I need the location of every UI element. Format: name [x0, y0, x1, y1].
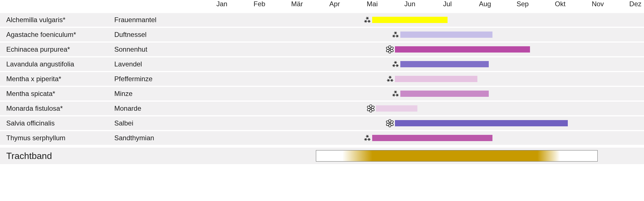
flower-outline-icon — [367, 104, 376, 112]
svg-point-24 — [389, 49, 390, 50]
latin-name: Salvia officinalis — [0, 119, 114, 127]
table-row: Mentha spicata*Minze — [0, 87, 644, 101]
common-name: Monarde — [114, 104, 213, 112]
common-name: Minze — [114, 90, 213, 98]
latin-name: Mentha spicata* — [0, 90, 114, 98]
trachtband-area — [213, 150, 644, 162]
month-label: Okt — [555, 0, 566, 8]
table-row: Salvia officinalisSalbei — [0, 116, 644, 130]
flowering-bar — [400, 61, 489, 67]
small-flower-cluster-icon — [386, 76, 395, 82]
common-name: Duftnessel — [114, 31, 213, 39]
month-label: Feb — [254, 0, 265, 8]
table-row: Mentha x piperita*Pfefferminze — [0, 72, 644, 86]
trachtband-box — [316, 150, 598, 162]
month-label: Sep — [517, 0, 529, 8]
flowering-bar — [395, 120, 568, 126]
flowering-bar — [400, 32, 492, 38]
flower-outline-icon — [386, 45, 395, 53]
bar-area — [213, 43, 644, 56]
common-name: Sonnenhut — [114, 45, 213, 53]
bar-area — [213, 116, 644, 130]
month-label: Apr — [329, 0, 340, 8]
header-row: JanFebMärAprMaiJunJulAugSepOktNovDez — [0, 0, 644, 11]
data-rows: Alchemilla vulgaris*FrauenmantelAgastach… — [0, 13, 644, 145]
summary-row: Trachtband — [0, 148, 644, 164]
bar-area — [213, 57, 644, 71]
table-row: Monarda fistulosa*Monarde — [0, 102, 644, 115]
common-name: Sandthymian — [114, 134, 213, 142]
latin-name: Echinacea purpurea* — [0, 45, 114, 53]
month-label: Nov — [592, 0, 604, 8]
latin-name: Thymus serphyllum — [0, 134, 114, 142]
small-flower-cluster-icon — [392, 31, 400, 38]
month-label: Jun — [404, 0, 415, 8]
table-row: Lavandula angustifoliaLavendel — [0, 57, 644, 71]
latin-name: Alchemilla vulgaris* — [0, 16, 114, 24]
latin-name: Lavandula angustifolia — [0, 60, 114, 68]
month-label: Aug — [479, 0, 491, 8]
bar-area — [213, 72, 644, 86]
bar-area — [213, 131, 644, 145]
flower-outline-icon — [386, 119, 395, 127]
month-label: Mai — [367, 0, 378, 8]
svg-point-58 — [370, 108, 372, 109]
flowering-bar — [376, 105, 417, 112]
month-axis: JanFebMärAprMaiJunJulAugSepOktNovDez — [213, 0, 644, 11]
bar-area — [213, 102, 644, 115]
latin-name: Monarda fistulosa* — [0, 104, 114, 112]
small-flower-cluster-icon — [364, 16, 372, 23]
small-flower-cluster-icon — [392, 61, 400, 68]
table-row: Agastache foeniculum*Duftnessel — [0, 28, 644, 41]
table-row: Thymus serphyllumSandthymian — [0, 131, 644, 145]
flowering-bar — [372, 17, 447, 23]
common-name: Salbei — [114, 119, 213, 127]
common-name: Frauenmantel — [114, 16, 213, 24]
bar-area — [213, 13, 644, 27]
month-label: Dez — [629, 0, 641, 8]
table-row: Echinacea purpurea*Sonnenhut — [0, 43, 644, 56]
flowering-bar — [395, 76, 478, 82]
summary-label: Trachtband — [0, 151, 213, 161]
bar-area — [213, 28, 644, 41]
bar-area — [213, 87, 644, 101]
flowering-calendar: JanFebMärAprMaiJunJulAugSepOktNovDez Alc… — [0, 0, 644, 167]
common-name: Lavendel — [114, 60, 213, 68]
svg-point-65 — [389, 122, 390, 124]
latin-name: Agastache foeniculum* — [0, 31, 114, 39]
flowering-bar — [395, 46, 530, 53]
common-name: Pfefferminze — [114, 75, 213, 83]
small-flower-cluster-icon — [364, 135, 372, 141]
latin-name: Mentha x piperita* — [0, 75, 114, 83]
flowering-bar — [372, 135, 492, 141]
small-flower-cluster-icon — [392, 90, 400, 97]
table-row: Alchemilla vulgaris*Frauenmantel — [0, 13, 644, 27]
month-label: Jul — [443, 0, 452, 8]
month-label: Mär — [291, 0, 303, 8]
month-label: Jan — [216, 0, 227, 8]
flowering-bar — [400, 91, 489, 97]
